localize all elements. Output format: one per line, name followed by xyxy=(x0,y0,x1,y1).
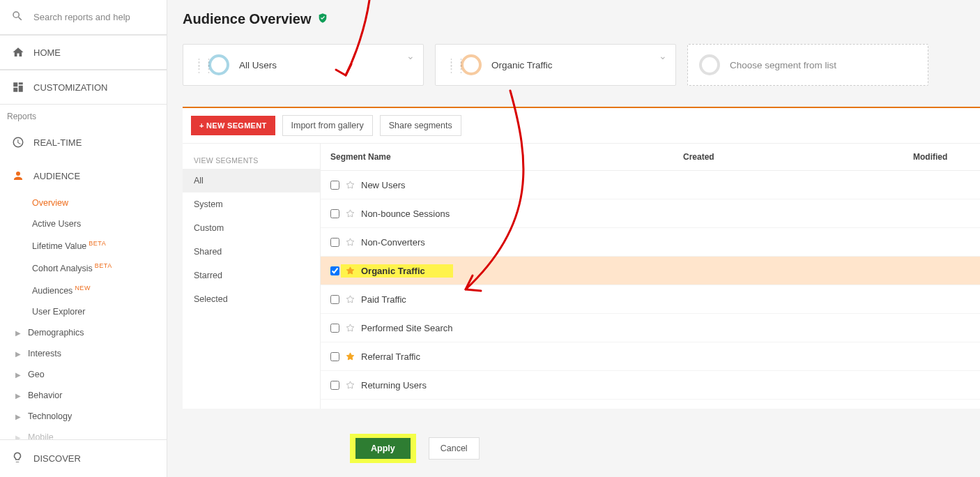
caret-right-icon: ▶ xyxy=(15,350,21,358)
col-modified[interactable]: Modified xyxy=(903,144,980,170)
segment-row-checkbox[interactable] xyxy=(330,381,339,390)
table-row[interactable]: Referral Traffic xyxy=(321,342,980,371)
segment-row-checkbox[interactable] xyxy=(330,295,339,304)
segment-row-label: Paid Traffic xyxy=(361,294,406,305)
segment-row-checkbox[interactable] xyxy=(330,209,339,218)
home-icon xyxy=(11,45,25,59)
segment-row-label: Referral Traffic xyxy=(361,351,420,362)
nav-home[interactable]: HOME xyxy=(0,35,167,70)
sidebar-item-interests[interactable]: ▶Interests xyxy=(0,343,167,364)
new-segment-button[interactable]: + NEW SEGMENT xyxy=(191,116,275,135)
import-gallery-button[interactable]: Import from gallery xyxy=(282,115,373,136)
segment-row-label: Non-bounce Sessions xyxy=(361,209,450,219)
new-badge: NEW xyxy=(75,285,91,292)
apply-highlight: Apply xyxy=(350,434,416,463)
sidebar-item-behavior[interactable]: ▶Behavior xyxy=(0,385,167,406)
sidebar-item-overview[interactable]: Overview xyxy=(0,192,167,213)
table-row[interactable]: Performed Site Search xyxy=(321,314,980,342)
segment-panel: + NEW SEGMENT Import from gallery Share … xyxy=(183,107,980,409)
segment-row-label: Organic Traffic xyxy=(361,266,425,276)
main-area: Audience Overview ⋮⋮⋮⋮⋮⋮ All Users ⌄ ⋮⋮⋮… xyxy=(167,0,980,477)
filter-system[interactable]: System xyxy=(183,192,320,216)
sidebar-item-audiences[interactable]: AudiencesNEW xyxy=(0,279,167,301)
nav-customization[interactable]: CUSTOMIZATION xyxy=(0,70,167,105)
segment-organic-traffic[interactable]: ⋮⋮⋮⋮⋮⋮ Organic Traffic ⌄ xyxy=(435,44,676,86)
drag-handle-icon[interactable]: ⋮⋮⋮⋮⋮⋮ xyxy=(447,60,454,70)
segment-row-checkbox[interactable] xyxy=(330,181,339,190)
search-icon xyxy=(11,10,33,24)
filter-all[interactable]: All xyxy=(183,169,320,192)
segment-row-label: Returning Users xyxy=(361,380,427,391)
segment-table: Segment Name Created Modified New UsersN… xyxy=(321,144,980,409)
nav-discover-label: DISCOVER xyxy=(33,453,81,464)
lightbulb-icon xyxy=(11,451,33,466)
segment-pills-row: ⋮⋮⋮⋮⋮⋮ All Users ⌄ ⋮⋮⋮⋮⋮⋮ Organic Traffi… xyxy=(167,37,980,107)
segment-toolbar: + NEW SEGMENT Import from gallery Share … xyxy=(183,108,980,144)
person-icon xyxy=(11,169,25,183)
chevron-down-icon[interactable]: ⌄ xyxy=(659,50,667,61)
table-row[interactable]: Non-bounce Sessions xyxy=(321,199,980,228)
table-row[interactable]: New Users xyxy=(321,171,980,199)
cancel-button[interactable]: Cancel xyxy=(429,437,480,460)
table-row[interactable]: Paid Traffic xyxy=(321,285,980,314)
caret-right-icon: ▶ xyxy=(15,371,21,379)
filter-shared[interactable]: Shared xyxy=(183,240,320,264)
star-icon[interactable] xyxy=(345,323,355,333)
star-icon[interactable] xyxy=(345,209,355,219)
nav-realtime-label: REAL-TIME xyxy=(33,137,82,148)
panel-footer: Apply Cancel xyxy=(350,434,480,463)
caret-right-icon: ▶ xyxy=(15,392,21,400)
sidebar-item-demographics[interactable]: ▶Demographics xyxy=(0,322,167,343)
segment-all-users[interactable]: ⋮⋮⋮⋮⋮⋮ All Users ⌄ xyxy=(183,44,424,86)
star-icon[interactable] xyxy=(345,380,355,391)
chevron-down-icon[interactable]: ⌄ xyxy=(406,50,415,61)
filter-selected[interactable]: Selected xyxy=(183,287,320,311)
sidebar: Search reports and help HOME CUSTOMIZATI… xyxy=(0,0,167,477)
nav-discover[interactable]: DISCOVER xyxy=(0,439,167,477)
star-icon[interactable] xyxy=(345,294,355,305)
nav-home-label: HOME xyxy=(33,47,61,58)
sidebar-item-technology[interactable]: ▶Technology xyxy=(0,406,167,427)
filter-custom[interactable]: Custom xyxy=(183,216,320,240)
beta-badge: BETA xyxy=(89,240,106,247)
segment-row-label: Non-Converters xyxy=(361,237,425,248)
col-segment-name[interactable]: Segment Name xyxy=(321,144,673,170)
table-row[interactable]: Returning Users xyxy=(321,371,980,400)
segment-row-checkbox[interactable] xyxy=(330,266,339,275)
sidebar-item-geo[interactable]: ▶Geo xyxy=(0,364,167,385)
star-icon[interactable] xyxy=(345,180,355,190)
beta-badge: BETA xyxy=(95,262,112,269)
segment-filter-list: VIEW SEGMENTS All System Custom Shared S… xyxy=(183,144,321,409)
search-input[interactable]: Search reports and help xyxy=(33,12,130,22)
dashboard-icon xyxy=(11,80,25,94)
star-icon[interactable] xyxy=(345,351,355,362)
drag-handle-icon[interactable]: ⋮⋮⋮⋮⋮⋮ xyxy=(194,60,201,70)
search-row[interactable]: Search reports and help xyxy=(0,0,167,35)
page-title: Audience Overview xyxy=(183,11,312,27)
star-icon[interactable] xyxy=(345,237,355,248)
segment-row-label: New Users xyxy=(361,180,406,190)
table-row[interactable]: Organic Traffic xyxy=(321,257,980,285)
segment-row-label: Performed Site Search xyxy=(361,323,453,333)
segment-row-checkbox[interactable] xyxy=(330,238,339,247)
sidebar-item-lifetime-value[interactable]: Lifetime ValueBETA xyxy=(0,234,167,257)
sidebar-item-cohort[interactable]: Cohort AnalysisBETA xyxy=(0,257,167,279)
clock-icon xyxy=(11,135,25,149)
nav-audience-label: AUDIENCE xyxy=(33,171,80,181)
table-row[interactable]: Non-Converters xyxy=(321,228,980,257)
apply-button[interactable]: Apply xyxy=(355,438,411,459)
table-header: Segment Name Created Modified xyxy=(321,144,980,171)
nav-audience[interactable]: AUDIENCE xyxy=(0,159,167,192)
segment-row-checkbox[interactable] xyxy=(330,352,339,361)
share-segments-button[interactable]: Share segments xyxy=(380,115,461,136)
segment-choose[interactable]: Choose segment from list xyxy=(687,44,928,86)
sidebar-item-user-explorer[interactable]: User Explorer xyxy=(0,301,167,322)
segment-row-checkbox[interactable] xyxy=(330,324,339,333)
caret-right-icon: ▶ xyxy=(15,413,21,421)
col-created[interactable]: Created xyxy=(673,144,903,170)
caret-right-icon: ▶ xyxy=(15,329,21,337)
star-icon[interactable] xyxy=(345,266,355,276)
sidebar-item-active-users[interactable]: Active Users xyxy=(0,213,167,234)
filter-starred[interactable]: Starred xyxy=(183,264,320,287)
nav-realtime[interactable]: REAL-TIME xyxy=(0,126,167,159)
